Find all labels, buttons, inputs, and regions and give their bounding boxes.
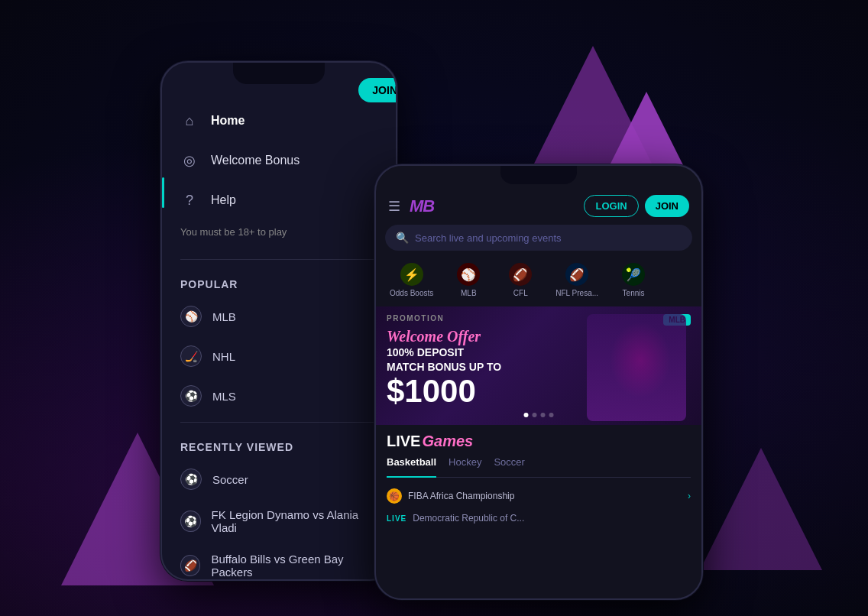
sport-item-mls[interactable]: ⚽ MLS <box>162 376 396 416</box>
nav-label-home: Home <box>211 114 245 128</box>
header-buttons: LOGIN JOIN <box>584 195 689 217</box>
divider-1 <box>180 259 377 260</box>
tab-label-cfl: CFL <box>513 289 528 297</box>
sports-tabs: ⚡ Odds Boosts ⚾ MLB 🏈 CFL 🏈 NFL Presa...… <box>376 258 701 302</box>
recent-item-buffalo[interactable]: 🏈 Buffalo Bills vs Green Bay Packers <box>162 543 396 579</box>
dot-1[interactable] <box>524 413 529 417</box>
live-games-section: LIVE Games Basketball Hockey Soccer 🏀 FI… <box>376 425 701 528</box>
live-tab-soccer[interactable]: Soccer <box>494 456 524 472</box>
nav-label-welcome-bonus: Welcome Bonus <box>211 154 300 167</box>
phone-left-notch <box>233 63 325 84</box>
nfl-tab-icon: 🏈 <box>565 263 588 286</box>
sport-label-mls: MLS <box>212 390 236 403</box>
live-word: LIVE <box>387 433 420 450</box>
promo-glow <box>610 322 671 398</box>
recent-label-buffalo: Buffalo Bills vs Green Bay Packers <box>211 553 377 579</box>
phone-left: JOIN ⌂ Home ◎ Welcome Bonus ? Help You m… <box>160 61 397 581</box>
nav-item-home[interactable]: ⌂ Home <box>162 101 396 141</box>
live-tab-basketball[interactable]: Basketball <box>387 456 436 478</box>
football-icon: 🏈 <box>180 555 200 576</box>
nav-item-help[interactable]: ? Help <box>162 180 396 220</box>
live-tab-hockey[interactable]: Hockey <box>449 456 481 472</box>
mls-icon: ⚽ <box>180 385 202 407</box>
fk-icon: ⚽ <box>180 511 201 532</box>
tab-mlb[interactable]: ⚾ MLB <box>444 258 493 302</box>
chevron-icon: › <box>688 491 691 501</box>
recent-item-fk-legion[interactable]: ⚽ FK Legion Dynamo vs Alania Vladi <box>162 499 396 543</box>
nav-item-welcome-bonus[interactable]: ◎ Welcome Bonus <box>162 141 396 180</box>
promo-banner[interactable]: PROMOTION MLB Welcome Offer 100% DEPOSIT… <box>376 306 701 425</box>
recent-item-soccer[interactable]: ⚽ Soccer <box>162 459 396 499</box>
decorative-triangle-bottom-right <box>700 448 822 570</box>
tab-label-nfl: NFL Presa... <box>555 289 598 297</box>
fiba-event-name: FIBA Africa Championship <box>408 491 514 501</box>
join-button-left[interactable]: JOIN <box>358 78 397 102</box>
promo-deposit-line2: MATCH BONUS UP TO <box>387 361 501 374</box>
search-icon: 🔍 <box>396 232 409 244</box>
sport-label-mlb: MLB <box>212 310 236 323</box>
soccer-icon: ⚽ <box>180 468 202 490</box>
help-icon: ? <box>180 191 199 209</box>
welcome-bonus-icon: ◎ <box>180 151 199 170</box>
mlb-icon: ⚾ <box>180 306 202 327</box>
app-logo: MB <box>410 196 434 216</box>
sidebar-accent <box>162 177 164 208</box>
promo-carousel-dots <box>524 413 554 417</box>
odds-boosts-icon: ⚡ <box>400 263 423 286</box>
games-word: Games <box>422 433 473 450</box>
hamburger-menu-icon[interactable]: ☰ <box>388 198 400 215</box>
header-left: ☰ MB <box>388 196 434 216</box>
tab-cfl[interactable]: 🏈 CFL <box>496 258 545 302</box>
sidebar: ⌂ Home ◎ Welcome Bonus ? Help You must b… <box>162 63 396 579</box>
search-bar[interactable]: 🔍 Search live and upcoming events <box>385 225 692 251</box>
basketball-event-icon: 🏀 <box>387 488 402 504</box>
dot-3[interactable] <box>541 413 546 417</box>
tab-label-odds-boosts: Odds Boosts <box>390 289 433 297</box>
promo-amount: $1000 <box>387 375 501 407</box>
sport-label-nhl: NHL <box>212 350 235 363</box>
dot-2[interactable] <box>533 413 537 417</box>
tab-nfl[interactable]: 🏈 NFL Presa... <box>548 258 606 302</box>
phone-right: ☰ MB LOGIN JOIN 🔍 Search live and upcomi… <box>374 164 703 600</box>
nav-label-help: Help <box>211 193 236 207</box>
tab-label-mlb: MLB <box>461 289 477 297</box>
dot-4[interactable] <box>549 413 554 417</box>
join-button-right[interactable]: JOIN <box>645 195 689 217</box>
home-icon: ⌂ <box>180 112 199 130</box>
sport-item-mlb[interactable]: ⚾ MLB <box>162 297 396 336</box>
nhl-icon: 🏒 <box>180 345 202 367</box>
live-event-fiba[interactable]: 🏀 FIBA Africa Championship › <box>387 484 691 508</box>
promo-tag: PROMOTION <box>387 314 444 323</box>
promo-welcome-offer-text: Welcome Offer <box>387 328 501 345</box>
live-games-title: LIVE Games <box>387 433 691 450</box>
tab-odds-boosts[interactable]: ⚡ Odds Boosts <box>382 258 441 302</box>
age-notice: You must be 18+ to play <box>162 220 396 253</box>
promo-deposit-line1: 100% DEPOSIT <box>387 346 501 359</box>
app-content: ☰ MB LOGIN JOIN 🔍 Search live and upcomi… <box>376 166 701 598</box>
tab-tennis[interactable]: 🎾 Tennis <box>609 258 658 302</box>
cfl-tab-icon: 🏈 <box>509 263 532 286</box>
recent-label-fk-legion: FK Legion Dynamo vs Alania Vladi <box>212 508 377 534</box>
sport-item-nhl[interactable]: 🏒 NHL <box>162 336 396 376</box>
app-header: ☰ MB LOGIN JOIN <box>376 189 701 225</box>
logo-m: M <box>410 196 423 216</box>
tennis-tab-icon: 🎾 <box>622 263 645 286</box>
recent-label-soccer: Soccer <box>212 473 248 486</box>
popular-section-title: POPULAR <box>162 266 396 297</box>
mlb-tab-icon: ⚾ <box>457 263 480 286</box>
promo-headline: Welcome Offer 100% DEPOSIT MATCH BONUS U… <box>387 328 501 407</box>
search-placeholder: Search live and upcoming events <box>415 232 562 244</box>
login-button[interactable]: LOGIN <box>584 195 638 217</box>
tab-label-tennis: Tennis <box>623 289 645 297</box>
dr-congo-event-name: Democratic Republic of C... <box>413 513 524 524</box>
recently-viewed-title: RECENTLY VIEWED <box>162 429 396 459</box>
divider-2 <box>180 422 377 423</box>
phone-right-notch <box>500 166 577 184</box>
live-sport-tabs: Basketball Hockey Soccer <box>387 456 691 478</box>
live-badge: LIVE <box>387 514 406 523</box>
live-event-dr-congo[interactable]: LIVE Democratic Republic of C... <box>387 508 691 528</box>
logo-b: B <box>423 196 434 216</box>
